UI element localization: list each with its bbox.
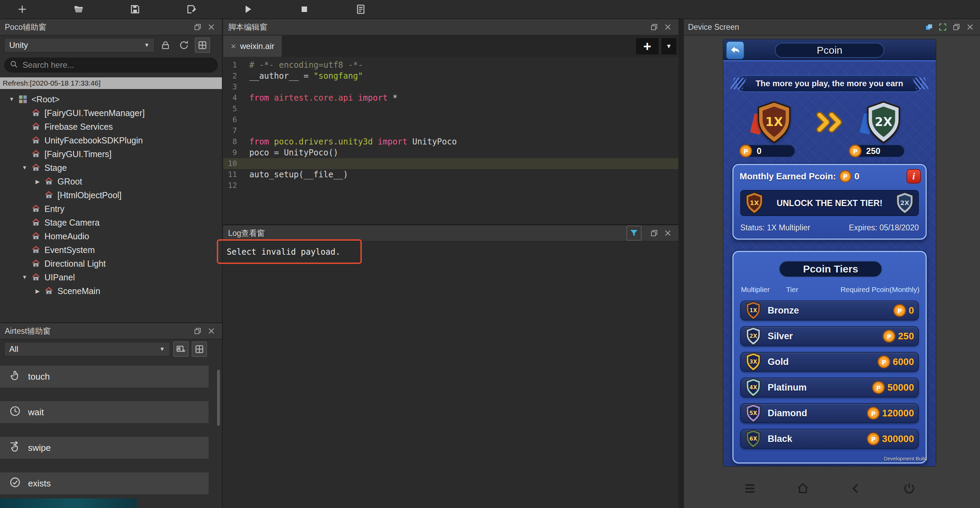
code-line-12[interactable]: 12 (223, 180, 678, 191)
lock-button[interactable] (158, 38, 173, 53)
refresh-tree-button[interactable] (177, 38, 191, 53)
code-line-4[interactable]: 4from airtest.core.api import * (223, 93, 678, 103)
code-text: from poco.drivers.unity3d import UnityPo… (242, 136, 457, 147)
airtest-filter-value: All (9, 344, 19, 354)
tier-row-black[interactable]: 6XBlackP300000 (740, 429, 919, 449)
tree-node-stage-camera[interactable]: Stage Camera (0, 216, 222, 229)
inspector-button[interactable] (192, 342, 207, 357)
tree-node-scenemain[interactable]: ▶SceneMain (0, 284, 222, 298)
tree-node-root[interactable]: ▼<Root> (0, 93, 222, 106)
float-panel-icon[interactable] (648, 227, 660, 239)
action-exists[interactable]: exists (0, 473, 208, 494)
power-button[interactable] (901, 481, 917, 496)
script-menu-dropdown[interactable]: ▼ (661, 38, 676, 54)
search-placeholder: Search here... (22, 60, 74, 70)
log-output[interactable]: Select invalid payload. (223, 242, 678, 508)
float-panel-icon[interactable] (951, 21, 962, 33)
close-tab-icon[interactable]: × (231, 41, 236, 52)
tier-name: Black (768, 434, 792, 444)
search-input[interactable]: Search here... (4, 58, 218, 73)
game-back-button[interactable] (726, 41, 745, 59)
expand-arrow-icon[interactable]: ▼ (5, 96, 18, 102)
airtest-toolbar: All ▼ (0, 340, 222, 359)
info-button[interactable]: i (907, 169, 921, 184)
action-touch[interactable]: touch (0, 366, 208, 388)
airtest-filter-select[interactable]: All ▼ (4, 342, 170, 356)
code-text: poco = UnityPoco() (242, 147, 338, 158)
back-button[interactable] (848, 481, 864, 496)
device-screenshot[interactable]: Pcoin The more you play, the more you ea… (723, 39, 936, 466)
log-filter-button[interactable] (627, 225, 641, 241)
tier-name: Platinum (768, 382, 807, 393)
code-text: auto_setup(__file__) (242, 169, 348, 180)
code-line-3[interactable]: 3 (223, 81, 678, 93)
snapshot-button[interactable] (173, 342, 188, 357)
collapse-arrow-icon[interactable]: ▶ (32, 288, 44, 294)
code-line-11[interactable]: 11auto_setup(__file__) (223, 169, 678, 180)
float-panel-icon[interactable] (192, 325, 204, 337)
code-line-8[interactable]: 8from poco.drivers.unity3d import UnityP… (223, 136, 678, 147)
expand-arrow-icon[interactable]: ▼ (19, 165, 31, 171)
new-file-button[interactable] (15, 2, 29, 16)
pcoin-icon: P (848, 144, 862, 158)
save-as-button[interactable] (185, 2, 198, 16)
poco-mode-select[interactable]: Unity ▼ (4, 38, 154, 53)
stop-script-button[interactable] (298, 2, 311, 16)
tree-node-homeaudio[interactable]: HomeAudio (0, 229, 222, 243)
save-button[interactable] (128, 2, 142, 16)
tier-badge-icon: 3X (745, 353, 762, 371)
code-text (242, 81, 249, 93)
tree-node-entry[interactable]: Entry (0, 202, 222, 216)
run-script-button[interactable] (241, 2, 255, 16)
tier-row-silver[interactable]: 2XSilverP250 (740, 326, 919, 346)
code-line-9[interactable]: 9poco = UnityPoco() (223, 147, 678, 158)
collapse-arrow-icon[interactable]: ▶ (32, 178, 44, 185)
tier-row-bronze[interactable]: 1XBronzeP0 (740, 300, 919, 320)
svg-text:4X: 4X (749, 384, 757, 391)
home-button[interactable] (795, 481, 811, 496)
tree-node-directional-light[interactable]: Directional Light (0, 257, 222, 270)
action-swipe[interactable]: swipe (0, 437, 208, 459)
tree-node-firebase-services[interactable]: Firebase Services (0, 120, 222, 134)
tab-weixin-air[interactable]: × weixin.air (223, 35, 282, 57)
tree-node-uipanel[interactable]: ▼UIPanel (0, 270, 222, 284)
expand-arrow-icon[interactable]: ▼ (19, 274, 31, 280)
close-panel-icon[interactable] (964, 21, 976, 33)
fit-screen-icon[interactable] (937, 21, 948, 33)
tree-node-fairygui-tweenmanager[interactable]: [FairyGUI.TweenManager] (0, 106, 222, 120)
open-file-button[interactable] (72, 2, 86, 16)
close-panel-icon[interactable] (662, 227, 674, 239)
cascade-windows-icon[interactable] (923, 21, 935, 33)
code-line-10[interactable]: 10 (223, 158, 678, 169)
tree-node-eventsystem[interactable]: EventSystem (0, 243, 222, 257)
inspector-button[interactable] (195, 38, 210, 53)
code-line-6[interactable]: 6 (223, 114, 678, 125)
float-panel-icon[interactable] (192, 21, 204, 33)
tree-node-stage[interactable]: ▼Stage (0, 161, 222, 174)
tier-row-gold[interactable]: 3XGoldP6000 (740, 352, 919, 372)
tree-node-unityfacebooksdkplugin[interactable]: UnityFacebookSDKPlugin (0, 134, 222, 147)
tier-row-diamond[interactable]: 5XDiamondP120000 (740, 403, 919, 423)
chevron-down-icon: ▼ (159, 346, 165, 352)
code-line-1[interactable]: 1# -*- encoding=utf8 -*- (223, 59, 678, 70)
close-panel-icon[interactable] (662, 21, 674, 33)
line-number: 5 (223, 103, 242, 114)
next-pcoin-pill: P 250 (849, 144, 905, 158)
gameobject-icon (44, 286, 54, 296)
code-line-5[interactable]: 5 (223, 103, 678, 114)
report-button[interactable] (354, 2, 368, 16)
code-line-2[interactable]: 2__author__ = "songfang" (223, 70, 678, 81)
code-area[interactable]: 1# -*- encoding=utf8 -*-2__author__ = "s… (223, 57, 678, 224)
menu-button[interactable] (742, 481, 758, 496)
new-script-button[interactable]: + (636, 38, 659, 54)
close-panel-icon[interactable] (205, 21, 217, 33)
float-panel-icon[interactable] (648, 21, 660, 33)
tree-node-htmlobjectpool[interactable]: [HtmlObjectPool] (0, 188, 222, 202)
tree-node-fairygui-timers[interactable]: [FairyGUI.Timers] (0, 147, 222, 161)
code-line-7[interactable]: 7 (223, 125, 678, 136)
scrollbar[interactable] (217, 370, 220, 426)
close-panel-icon[interactable] (205, 325, 217, 337)
tier-row-platinum[interactable]: 4XPlatinumP50000 (740, 378, 919, 398)
tree-node-groot[interactable]: ▶GRoot (0, 174, 222, 188)
action-wait[interactable]: wait (0, 401, 208, 423)
